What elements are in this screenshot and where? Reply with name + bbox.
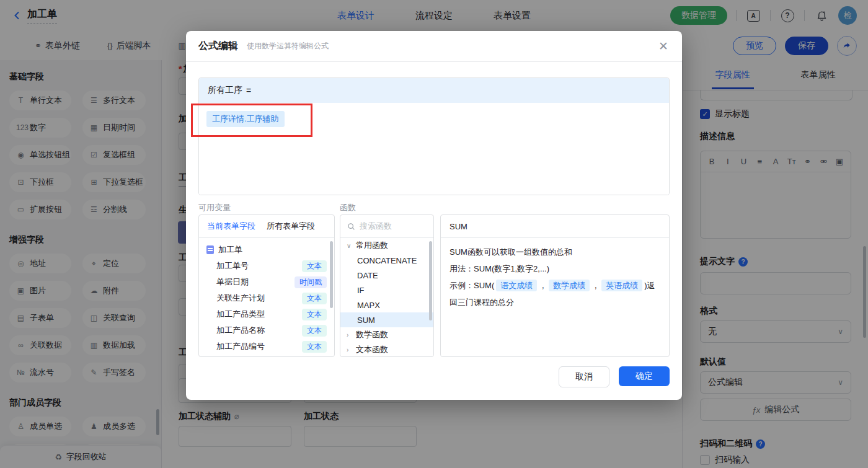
variable-type-badge: 文本 [302,341,327,353]
variable-type-badge: 文本 [302,260,327,272]
app-root: 加工单 表单设计流程设定表单设置 数据管理 A ? 检 ⚭表单外链{}后端脚本▥… [0,0,868,468]
function-item-SUM[interactable]: SUM [340,312,433,327]
example-field-chip[interactable]: 语文成绩 [496,280,537,291]
search-placeholder: 搜索函数 [360,221,392,232]
chevron-right-icon: › [347,332,353,338]
modal-title: 公式编辑 [198,40,238,53]
formula-body[interactable]: 工序详情.工序辅助 [199,103,669,195]
variables-label: 可用变量 [198,202,231,213]
functions-panel: 搜索函数 ∨常用函数CONCATENATEDATEIFMAPXSUM›数学函数›… [340,214,434,357]
variables-root[interactable]: 加工单 [199,242,334,258]
detail-line-1: SUM函数可以获取一组数值的总和 [450,244,660,260]
chevron-down-icon: ∨ [347,242,353,249]
variable-type-badge: 文本 [302,325,327,337]
variable-type-badge: 时间戳 [294,276,327,288]
form-doc-icon [206,245,214,254]
modal-subtitle: 使用数学运算符编辑公式 [247,41,329,51]
variable-type-badge: 文本 [302,293,327,304]
example-field-chip[interactable]: 英语成绩 [601,280,642,291]
variable-name: 加工产品名称 [216,325,265,336]
function-item-IF[interactable]: IF [340,283,433,298]
formula-target: 所有工序 [208,85,242,96]
formula-field-chip[interactable]: 工序详情.工序辅助 [206,111,285,127]
variable-row[interactable]: 加工产品编号文本 [199,338,334,355]
variable-name: 加工单号 [216,260,249,272]
function-label: SUM [357,316,375,325]
detail-line-3: 示例：SUM(语文成绩，数学成绩，英语成绩)返回三门课程的总分 [450,277,660,311]
variable-row[interactable]: 加工产品类型文本 [199,306,334,322]
modal-header: 公式编辑 使用数学运算符编辑公式 [186,31,682,62]
chevron-right-icon: › [347,347,353,353]
formula-target-row: 所有工序 = [199,78,669,103]
variable-name: 关联生产计划 [216,293,265,304]
function-item-DATE[interactable]: DATE [340,268,433,283]
variables-tabs: 当前表单字段所有表单字段 [199,215,334,238]
function-label: DATE [357,271,378,280]
equals-sign: = [246,86,251,95]
search-icon [347,223,355,231]
functions-label: 函数 [340,202,356,213]
variable-name: 单据日期 [216,276,249,288]
function-detail-body: SUM函数可以获取一组数值的总和 用法：SUM(数字1,数字2,...) 示例：… [441,238,669,316]
formula-edit-modal: 公式编辑 使用数学运算符编辑公式 ✕ 所有工序 = 工序详情.工序辅助 可用变量… [186,31,682,400]
modal-footer: 取消 确定 [559,366,670,387]
function-label: 常用函数 [356,240,388,251]
function-detail-panel: SUM SUM函数可以获取一组数值的总和 用法：SUM(数字1,数字2,...)… [440,214,670,357]
variable-row[interactable]: 加工产品名称文本 [199,322,334,338]
cancel-button[interactable]: 取消 [559,366,609,387]
function-detail-title: SUM [441,215,669,238]
variables-rows: 加工单号文本单据日期时间戳关联生产计划文本加工产品类型文本加工产品名称文本加工产… [199,258,334,355]
function-search[interactable]: 搜索函数 [340,215,433,238]
chip-separator: ， [539,281,547,290]
variables-tab-当前表单字段[interactable]: 当前表单字段 [207,221,255,232]
close-icon[interactable]: ✕ [658,40,668,53]
function-item-MAPX[interactable]: MAPX [340,298,433,312]
example-field-chip[interactable]: 数学成绩 [549,280,590,291]
function-group-文本函数[interactable]: ›文本函数 [340,342,433,357]
chip-separator: ， [591,281,600,290]
variables-scrollbar[interactable] [330,241,333,308]
function-rows: ∨常用函数CONCATENATEDATEIFMAPXSUM›数学函数›文本函数 [340,238,433,357]
detail-chips: 语文成绩，数学成绩，英语成绩 [494,281,644,290]
variable-type-badge: 文本 [302,309,327,320]
function-label: 文本函数 [356,344,388,355]
confirm-button[interactable]: 确定 [619,366,670,386]
variable-row[interactable]: 加工单号文本 [199,258,334,274]
function-group-数学函数[interactable]: ›数学函数 [340,327,433,342]
function-label: CONCATENATE [357,256,417,265]
detail-line-2: 用法：SUM(数字1,数字2,...) [450,260,660,277]
function-item-CONCATENATE[interactable]: CONCATENATE [340,253,433,268]
variable-name: 加工产品编号 [216,341,265,352]
variable-name: 加工产品类型 [216,309,265,320]
formula-editor[interactable]: 所有工序 = 工序详情.工序辅助 [198,77,670,195]
function-label: MAPX [357,301,380,310]
variable-row[interactable]: 单据日期时间戳 [199,274,334,290]
function-label: IF [357,286,365,295]
variable-row[interactable]: 关联生产计划文本 [199,290,334,306]
function-label: 数学函数 [356,329,388,340]
variables-tab-所有表单字段[interactable]: 所有表单字段 [267,221,315,232]
variables-panel: 当前表单字段所有表单字段 加工单 加工单号文本单据日期时间戳关联生产计划文本加工… [198,214,335,357]
function-group-常用函数[interactable]: ∨常用函数 [340,238,433,253]
functions-scrollbar[interactable] [429,241,432,320]
